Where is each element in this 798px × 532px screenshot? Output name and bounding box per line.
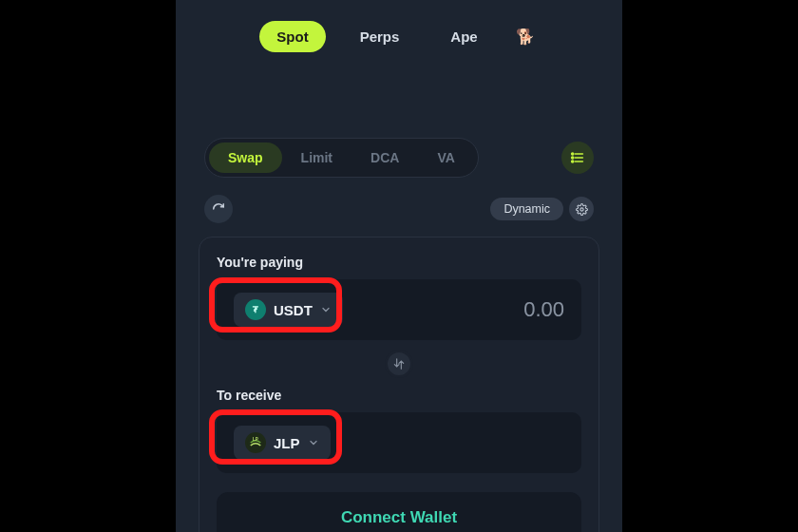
- receive-label: To receive: [217, 388, 581, 403]
- svg-text:LP: LP: [253, 437, 258, 442]
- usdt-icon: ₮: [245, 299, 266, 320]
- refresh-icon: [212, 202, 225, 216]
- list-view-button[interactable]: [561, 142, 594, 174]
- svg-point-5: [572, 161, 574, 162]
- pay-row: ₮ USDT 0.00: [217, 279, 581, 340]
- mode-tab-dca[interactable]: DCA: [352, 142, 418, 173]
- mode-row: Swap Limit DCA VA: [176, 138, 622, 178]
- refresh-button[interactable]: [204, 195, 233, 223]
- mode-tab-limit[interactable]: Limit: [282, 142, 352, 173]
- swap-card: You're paying ₮ USDT 0.00 To receive: [199, 237, 599, 532]
- svg-point-3: [572, 157, 574, 159]
- dynamic-pill[interactable]: Dynamic: [490, 198, 563, 220]
- pay-label: You're paying: [217, 255, 581, 270]
- mode-tabs: Swap Limit DCA VA: [204, 138, 479, 178]
- settings-button[interactable]: [569, 197, 594, 221]
- receive-row: LP JLP: [217, 412, 581, 473]
- top-nav: Spot Perps Ape 🐕: [176, 0, 622, 71]
- topnav-ape-emoji[interactable]: 🐕: [512, 24, 539, 49]
- svg-point-6: [580, 207, 582, 210]
- list-icon: [570, 150, 585, 165]
- pay-token-selector[interactable]: ₮ USDT: [234, 293, 343, 327]
- chevron-down-icon: [308, 437, 319, 448]
- topnav-item-ape[interactable]: Ape: [433, 21, 494, 52]
- svg-text:₮: ₮: [252, 305, 258, 314]
- receive-token-selector[interactable]: LP JLP: [234, 426, 331, 460]
- swap-direction-button[interactable]: [385, 350, 413, 378]
- control-row: Dynamic: [176, 195, 622, 223]
- pay-token-symbol: USDT: [274, 302, 313, 318]
- app-panel: Spot Perps Ape 🐕 Swap Limit DCA VA Dyn: [176, 0, 622, 532]
- pay-amount[interactable]: 0.00: [523, 297, 564, 322]
- topnav-item-spot[interactable]: Spot: [259, 21, 325, 52]
- topnav-item-perps[interactable]: Perps: [343, 21, 417, 52]
- mode-tab-va[interactable]: VA: [418, 142, 473, 173]
- receive-token-symbol: JLP: [274, 435, 300, 451]
- chevron-down-icon: [320, 304, 332, 315]
- dynamic-group: Dynamic: [490, 197, 594, 221]
- connect-wallet-button[interactable]: Connect Wallet: [217, 492, 581, 532]
- gear-icon: [576, 203, 588, 216]
- svg-point-1: [572, 153, 574, 155]
- swap-vertical-icon: [392, 357, 406, 370]
- mode-tab-swap[interactable]: Swap: [209, 142, 282, 173]
- jlp-icon: LP: [245, 432, 266, 453]
